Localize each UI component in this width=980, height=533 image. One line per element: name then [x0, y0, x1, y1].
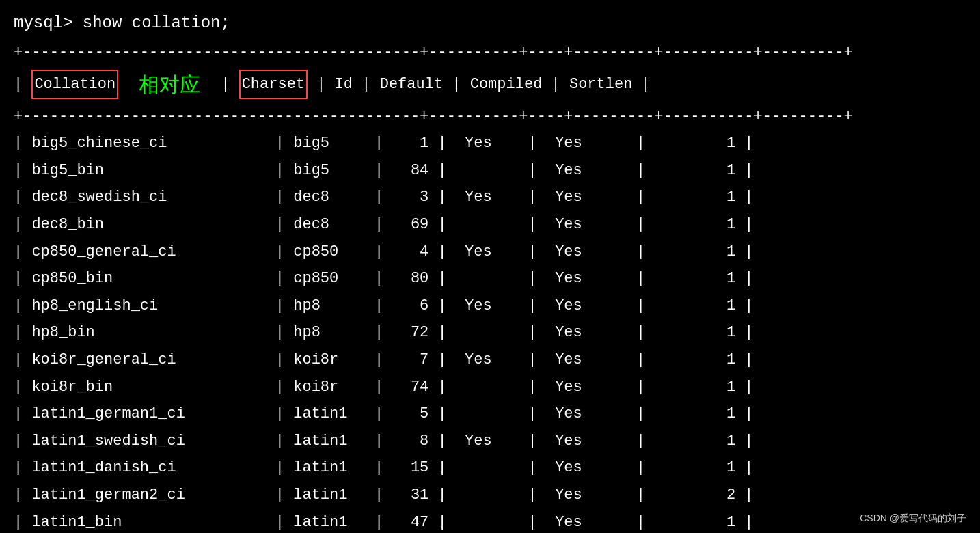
pipe-before-charset: | [221, 71, 239, 98]
default-header: Default [380, 76, 443, 93]
table-row: | big5_chinese_ci | big5 | 1 | Yes | Yes… [14, 130, 966, 157]
table-row: | dec8_swedish_ci | dec8 | 3 | Yes | Yes… [14, 184, 966, 211]
table-row: | cp850_bin | cp850 | 80 | | Yes | 1 | [14, 265, 966, 292]
table-body: | big5_chinese_ci | big5 | 1 | Yes | Yes… [14, 130, 966, 533]
watermark: CSDN @爱写代码的刘子 [860, 512, 966, 525]
separator-top: +---------------------------------------… [14, 39, 966, 66]
table-row: | hp8_english_ci | hp8 | 6 | Yes | Yes |… [14, 292, 966, 320]
table-row: | big5_bin | big5 | 84 | | Yes | 1 | [14, 157, 966, 184]
table-row: | latin1_german1_ci | latin1 | 5 | | Yes… [14, 400, 966, 428]
table-row: | hp8_bin | hp8 | 72 | | Yes | 1 | [14, 319, 966, 346]
table-row: | cp850_general_ci | cp850 | 4 | Yes | Y… [14, 238, 966, 266]
table-row: | dec8_bin | dec8 | 69 | | Yes | 1 | [14, 211, 966, 238]
table-row: | latin1_german2_ci | latin1 | 31 | | Ye… [14, 482, 966, 509]
annotation: 相对应 [139, 66, 200, 103]
table-header-row: | Collation 相对应 | Charset | Id | Default… [14, 66, 966, 103]
command-line: mysql> show collation; [14, 14, 966, 32]
header-rest: | Id | Default | Compiled | Sortlen | [308, 71, 651, 98]
collation-header-boxed: Collation [31, 70, 118, 100]
pipe-before-collation: | [14, 71, 31, 98]
table-row: | latin1_swedish_ci | latin1 | 8 | Yes |… [14, 428, 966, 455]
table-row: | koi8r_general_ci | koi8r | 7 | Yes | Y… [14, 346, 966, 374]
sortlen-header: Sortlen [569, 76, 632, 93]
table-row: | koi8r_bin | koi8r | 74 | | Yes | 1 | [14, 374, 966, 401]
id-header: Id [335, 76, 353, 93]
table-row: | latin1_bin | latin1 | 47 | | Yes | 1 | [14, 509, 966, 534]
terminal-window: mysql> show collation; +----------------… [0, 0, 980, 533]
table-row: | latin1_danish_ci | latin1 | 15 | | Yes… [14, 454, 966, 482]
compiled-header: Compiled [470, 76, 543, 93]
charset-header-boxed: Charset [239, 70, 308, 100]
separator-mid: +---------------------------------------… [14, 103, 966, 131]
